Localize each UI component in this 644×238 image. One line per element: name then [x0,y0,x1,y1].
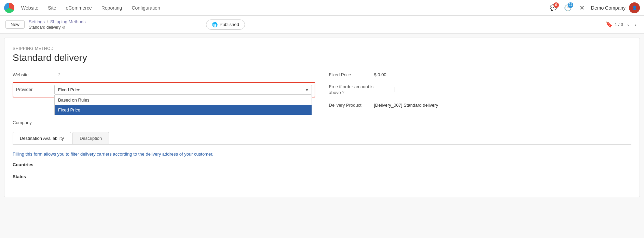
tab-content: Filling this form allows you to filter d… [13,145,631,189]
form-section-label: Shipping Method [13,46,631,51]
globe-icon: 🌐 [212,22,218,27]
top-nav: Website Site eCommerce Reporting Configu… [0,0,644,16]
new-button[interactable]: New [5,20,25,29]
gear-icon[interactable]: ⚙ [62,25,66,30]
main-content: Shipping Method Standard delivery Websit… [4,38,640,197]
next-page-button[interactable]: › [633,21,639,28]
website-help[interactable]: ? [58,70,60,77]
settings-button[interactable]: ✕ [577,2,588,13]
form-right: Fixed Price $ 0.00 Free if order amount … [329,70,632,125]
breadcrumb-bar: New Settings / Shipping Methods Standard… [0,16,644,34]
free-if-help[interactable]: ? [342,90,345,95]
free-if-checkbox[interactable] [395,87,400,92]
fixed-price-row: Fixed Price $ 0.00 [329,70,632,77]
website-field-row: Website ? [13,70,315,77]
alerts-button[interactable]: 🕐 24 [562,2,573,13]
bookmark-icon[interactable]: 🔖 [606,21,613,28]
tab-description[interactable]: Description [72,132,109,144]
page-info: 1 / 3 [615,22,623,27]
states-label: States [13,174,631,179]
nav-links: Website Site eCommerce Reporting Configu… [17,3,164,13]
dropdown-option-rules[interactable]: Based on Rules [55,95,312,105]
fixed-price-value: $ 0.00 [374,70,386,77]
alerts-badge: 24 [568,2,573,8]
form-title: Standard delivery [13,52,631,63]
prev-page-button[interactable]: ‹ [625,21,631,28]
published-label: Published [220,22,239,27]
provider-select-container: Fixed Price ▼ Based on Rules Fixed Price [54,85,312,95]
breadcrumb-settings[interactable]: Settings [29,19,45,24]
provider-dropdown: Based on Rules Fixed Price [54,95,312,115]
messages-button[interactable]: 💬 6 [548,2,559,13]
tab-destination-availability[interactable]: Destination Availability [13,132,71,144]
breadcrumb: Settings / Shipping Methods [29,19,86,24]
tab-hint: Filling this form allows you to filter d… [13,151,631,157]
form-left: Website ? Provider Fixed Price ▼ Based o… [13,70,315,125]
pagination: 🔖 1 / 3 ‹ › [606,21,639,28]
delivery-product-row: Delivery Product [Delivery_007] Standard… [329,101,632,108]
delivery-product-label: Delivery Product [329,101,370,108]
avatar-initials: 👤 [632,5,637,10]
dropdown-option-fixed[interactable]: Fixed Price [55,105,312,115]
provider-field-row: Provider Fixed Price ▼ Based on Rules Fi… [13,82,315,97]
nav-ecommerce[interactable]: eCommerce [61,3,96,13]
nav-site[interactable]: Site [44,3,60,13]
close-icon: ✕ [579,4,585,12]
breadcrumb-shipping-methods[interactable]: Shipping Methods [50,19,86,24]
countries-label: Countries [13,162,631,167]
free-if-row: Free if order amount is above ? [329,82,632,96]
website-label: Website [13,70,54,77]
company-label: Company [13,118,54,125]
provider-label: Provider [16,85,50,92]
sub-title: Standard delivery ⚙ [29,25,86,30]
sub-title-text: Standard delivery [29,25,60,30]
company-field-row: Company [13,118,315,125]
provider-select[interactable]: Fixed Price [54,85,312,95]
delivery-product-value: [Delivery_007] Standard delivery [374,101,438,108]
nav-website[interactable]: Website [17,3,42,13]
nav-reporting[interactable]: Reporting [97,3,126,13]
company-name[interactable]: Demo Company [591,5,626,11]
nav-configuration[interactable]: Configuration [127,3,164,13]
form-grid: Website ? Provider Fixed Price ▼ Based o… [13,70,631,125]
fixed-price-label: Fixed Price [329,70,370,77]
app-logo[interactable] [4,3,14,13]
messages-badge: 6 [553,2,559,8]
free-if-label: Free if order amount is above ? [329,82,390,96]
nav-right: 💬 6 🕐 24 ✕ Demo Company 👤 [548,2,640,13]
breadcrumb-separator: / [47,19,48,24]
states-section: States [13,174,631,179]
user-avatar[interactable]: 👤 [629,2,640,13]
published-button[interactable]: 🌐 Published [206,19,245,30]
tabs-container: Destination Availability Description [13,132,631,145]
